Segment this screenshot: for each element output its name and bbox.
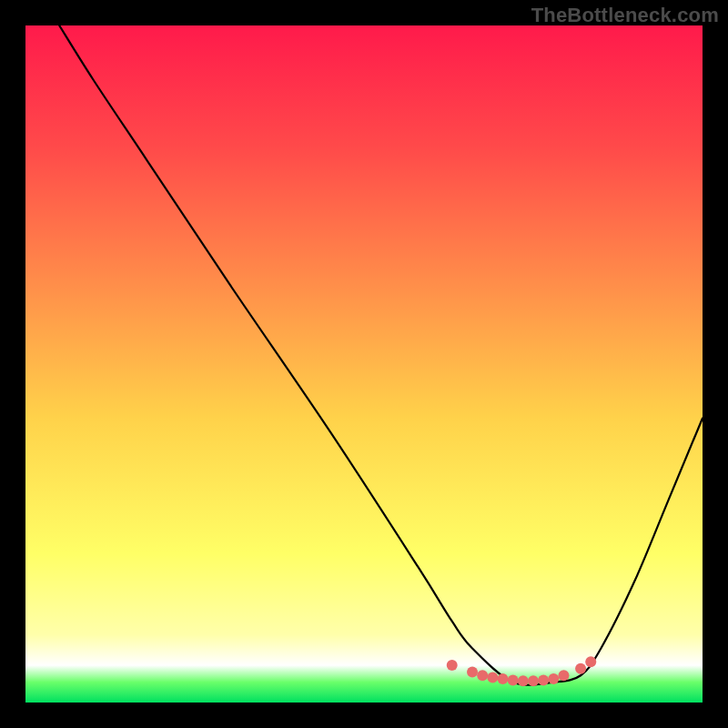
marker-dot (548, 673, 559, 684)
marker-dot (477, 670, 488, 681)
marker-dot (528, 675, 539, 686)
marker-dot (538, 674, 549, 685)
marker-dot (487, 672, 498, 682)
marker-dot (558, 670, 569, 681)
chart-svg (25, 25, 703, 703)
watermark-text: TheBottleneck.com (531, 4, 719, 27)
plot-area (25, 25, 703, 703)
gradient-background (25, 25, 703, 703)
marker-dot (585, 656, 596, 667)
marker-dot (518, 675, 529, 686)
chart-frame: TheBottleneck.com (0, 0, 728, 728)
marker-dot (447, 660, 458, 671)
marker-dot (508, 674, 519, 685)
marker-dot (575, 663, 586, 674)
marker-dot (498, 673, 509, 684)
marker-dot (467, 667, 478, 678)
